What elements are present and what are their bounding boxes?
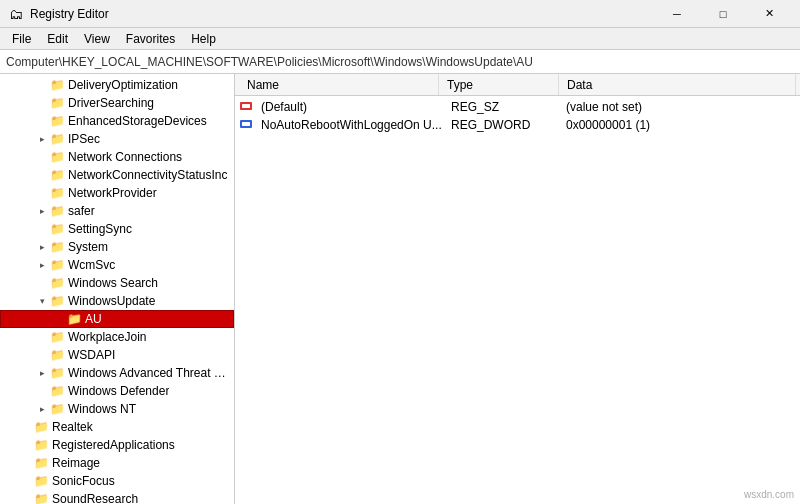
- maximize-button[interactable]: □: [700, 0, 746, 28]
- folder-icon: 📁: [50, 150, 66, 164]
- tree-item[interactable]: 📁Reimage: [0, 454, 234, 472]
- menu-item-view[interactable]: View: [76, 30, 118, 48]
- tree-label: DeliveryOptimization: [68, 78, 178, 92]
- address-bar: Computer\HKEY_LOCAL_MACHINE\SOFTWARE\Pol…: [0, 50, 800, 74]
- tree-label: WindowsUpdate: [68, 294, 155, 308]
- app-icon: 🗂: [8, 6, 24, 22]
- tree-item[interactable]: ▾📁WindowsUpdate: [0, 292, 234, 310]
- tree-item[interactable]: ▸📁Windows NT: [0, 400, 234, 418]
- tree-item[interactable]: ▸📁System: [0, 238, 234, 256]
- folder-icon: 📁: [50, 132, 66, 146]
- tree-label: Windows Search: [68, 276, 158, 290]
- folder-icon: 📁: [50, 348, 66, 362]
- menu-bar: FileEditViewFavoritesHelp: [0, 28, 800, 50]
- tree-item[interactable]: 📁Network Connections: [0, 148, 234, 166]
- entry-data: (value not set): [566, 100, 796, 114]
- folder-icon: 📁: [50, 186, 66, 200]
- tree-item[interactable]: 📁RegisteredApplications: [0, 436, 234, 454]
- entry-type-icon: [239, 99, 257, 115]
- tree-item[interactable]: ▸📁Windows Advanced Threat Prote: [0, 364, 234, 382]
- folder-icon: 📁: [50, 366, 66, 380]
- folder-icon: 📁: [50, 276, 66, 290]
- minimize-button[interactable]: ─: [654, 0, 700, 28]
- svg-rect-1: [242, 104, 250, 108]
- folder-icon: 📁: [50, 204, 66, 218]
- window-controls: ─ □ ✕: [654, 0, 792, 28]
- tree-label: WorkplaceJoin: [68, 330, 146, 344]
- folder-icon: 📁: [34, 438, 50, 452]
- tree-item[interactable]: 📁SonicFocus: [0, 472, 234, 490]
- tree-label: Windows Defender: [68, 384, 169, 398]
- menu-item-favorites[interactable]: Favorites: [118, 30, 183, 48]
- title-bar: 🗂 Registry Editor ─ □ ✕: [0, 0, 800, 28]
- tree-label: Windows Advanced Threat Prote: [68, 366, 230, 380]
- folder-icon: 📁: [50, 114, 66, 128]
- tree-item[interactable]: 📁Windows Defender: [0, 382, 234, 400]
- tree-expander: ▾: [34, 296, 50, 306]
- tree-expander: ▸: [34, 134, 50, 144]
- tree-item[interactable]: 📁NetworkConnectivityStatusInc: [0, 166, 234, 184]
- menu-item-edit[interactable]: Edit: [39, 30, 76, 48]
- entry-name: (Default): [261, 100, 451, 114]
- tree-label: AU: [85, 312, 102, 326]
- menu-item-help[interactable]: Help: [183, 30, 224, 48]
- entry-name: NoAutoRebootWithLoggedOn U...: [261, 118, 451, 132]
- tree-item[interactable]: 📁WorkplaceJoin: [0, 328, 234, 346]
- tree-label: DriverSearching: [68, 96, 154, 110]
- tree-label: SettingSync: [68, 222, 132, 236]
- tree-label: SoundResearch: [52, 492, 138, 504]
- tree-item[interactable]: 📁DeliveryOptimization: [0, 76, 234, 94]
- svg-rect-3: [242, 122, 250, 126]
- folder-icon: 📁: [50, 402, 66, 416]
- tree-label: Reimage: [52, 456, 100, 470]
- tree-item[interactable]: ▸📁WcmSvc: [0, 256, 234, 274]
- tree-label: safer: [68, 204, 95, 218]
- tree-item[interactable]: ▸📁safer: [0, 202, 234, 220]
- tree-item[interactable]: 📁NetworkProvider: [0, 184, 234, 202]
- tree-expander: ▸: [34, 368, 50, 378]
- registry-entries: (Default)REG_SZ(value not set)NoAutoRebo…: [235, 96, 800, 504]
- tree-item[interactable]: 📁WSDAPI: [0, 346, 234, 364]
- menu-item-file[interactable]: File: [4, 30, 39, 48]
- close-button[interactable]: ✕: [746, 0, 792, 28]
- folder-icon: 📁: [50, 240, 66, 254]
- folder-icon: 📁: [34, 492, 50, 504]
- tree-label: NetworkProvider: [68, 186, 157, 200]
- registry-entry-row[interactable]: NoAutoRebootWithLoggedOn U...REG_DWORD0x…: [235, 116, 800, 134]
- window-title: Registry Editor: [30, 7, 654, 21]
- folder-icon: 📁: [50, 294, 66, 308]
- entry-type-icon: [239, 117, 257, 133]
- tree-expander: ▸: [34, 404, 50, 414]
- address-path: Computer\HKEY_LOCAL_MACHINE\SOFTWARE\Pol…: [6, 55, 533, 69]
- folder-icon: 📁: [34, 420, 50, 434]
- tree-label: RegisteredApplications: [52, 438, 175, 452]
- tree-item[interactable]: 📁DriverSearching: [0, 94, 234, 112]
- col-header-name: Name: [239, 74, 439, 95]
- tree-item[interactable]: 📁SettingSync: [0, 220, 234, 238]
- tree-label: SonicFocus: [52, 474, 115, 488]
- main-area: 📁DeliveryOptimization📁DriverSearching📁En…: [0, 74, 800, 504]
- watermark: wsxdn.com: [744, 489, 794, 500]
- folder-icon: 📁: [34, 474, 50, 488]
- tree-label: Realtek: [52, 420, 93, 434]
- tree-label: WcmSvc: [68, 258, 115, 272]
- col-header-type: Type: [439, 74, 559, 95]
- column-headers: Name Type Data: [235, 74, 800, 96]
- folder-icon: 📁: [34, 456, 50, 470]
- tree-item[interactable]: 📁SoundResearch: [0, 490, 234, 504]
- tree-item[interactable]: 📁Realtek: [0, 418, 234, 436]
- folder-icon: 📁: [67, 312, 83, 326]
- folder-icon: 📁: [50, 222, 66, 236]
- tree-item[interactable]: ▸📁IPSec: [0, 130, 234, 148]
- tree-item[interactable]: 📁EnhancedStorageDevices: [0, 112, 234, 130]
- folder-icon: 📁: [50, 96, 66, 110]
- entry-type: REG_DWORD: [451, 118, 566, 132]
- tree-label: Windows NT: [68, 402, 136, 416]
- tree-label: EnhancedStorageDevices: [68, 114, 207, 128]
- tree-pane: 📁DeliveryOptimization📁DriverSearching📁En…: [0, 74, 235, 504]
- folder-icon: 📁: [50, 384, 66, 398]
- tree-item[interactable]: 📁AU: [0, 310, 234, 328]
- tree-label: WSDAPI: [68, 348, 115, 362]
- tree-item[interactable]: 📁Windows Search: [0, 274, 234, 292]
- registry-entry-row[interactable]: (Default)REG_SZ(value not set): [235, 98, 800, 116]
